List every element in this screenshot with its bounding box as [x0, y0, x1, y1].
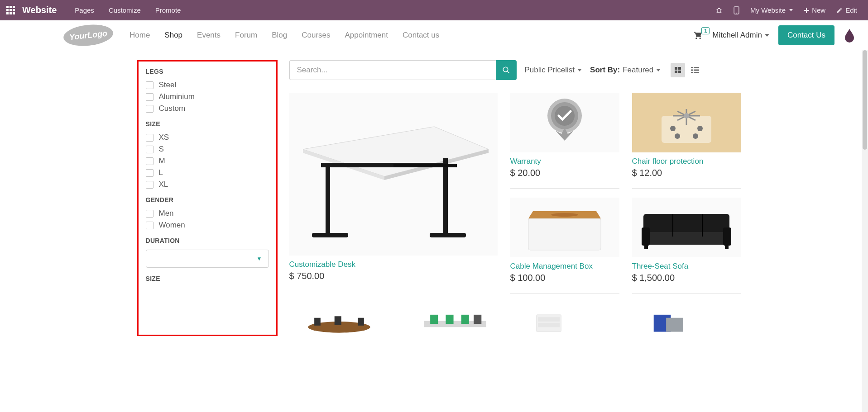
sort-dropdown[interactable]: Sort By: Featured [590, 66, 661, 75]
divider [632, 188, 741, 189]
svg-rect-44 [644, 246, 648, 249]
filter-option[interactable]: XS [146, 133, 269, 142]
duration-select[interactable]: ▼ [146, 250, 269, 268]
checkbox[interactable] [146, 169, 153, 177]
search-input[interactable] [289, 60, 496, 80]
svg-rect-8 [691, 70, 693, 71]
filter-option[interactable]: Women [146, 221, 269, 230]
chevron-down-icon [789, 9, 793, 11]
svg-rect-10 [691, 72, 693, 73]
product-image [510, 93, 619, 152]
product-title[interactable]: Warranty [510, 157, 619, 166]
svg-rect-3 [678, 67, 681, 70]
svg-rect-16 [312, 233, 348, 237]
svg-point-37 [693, 133, 698, 139]
nav-courses[interactable]: Courses [299, 27, 333, 43]
search-wrap [289, 60, 517, 80]
filter-group-title: SIZE [146, 120, 269, 128]
nav-appointment[interactable]: Appointment [342, 27, 391, 43]
website-switcher[interactable]: My Website [746, 0, 797, 20]
svg-rect-56 [538, 317, 560, 322]
product-card[interactable] [638, 312, 741, 333]
product-card[interactable]: Chair floor protection $ 12.00 [632, 93, 741, 178]
site-logo[interactable]: YourLogo [63, 25, 113, 46]
filter-option[interactable]: Men [146, 209, 269, 218]
filter-option[interactable]: Custom [146, 104, 269, 113]
mobile-icon[interactable] [729, 0, 744, 20]
product-price: $ 750.00 [289, 271, 498, 281]
svg-rect-48 [358, 318, 364, 326]
svg-rect-59 [666, 318, 683, 332]
svg-rect-9 [694, 70, 699, 71]
filter-option[interactable]: M [146, 156, 269, 166]
checkbox[interactable] [146, 146, 153, 153]
user-dropdown[interactable]: Mitchell Admin [712, 31, 769, 40]
bug-icon[interactable] [711, 0, 727, 20]
new-button[interactable]: New [799, 0, 830, 20]
theme-drop-icon[interactable] [844, 28, 855, 43]
checkbox[interactable] [146, 93, 153, 101]
topnav-customize[interactable]: Customize [101, 0, 148, 20]
nav-blog[interactable]: Blog [269, 27, 290, 43]
edit-button[interactable]: Edit [832, 0, 862, 20]
product-card[interactable] [522, 312, 625, 333]
product-title[interactable]: Chair floor protection [632, 157, 741, 166]
cart-button[interactable]: 1 [693, 31, 703, 40]
checkbox[interactable] [146, 210, 153, 218]
filter-option[interactable]: Aluminium [146, 92, 269, 101]
svg-point-26 [551, 213, 578, 217]
product-card[interactable]: Cable Management Box $ 100.00 [510, 198, 619, 283]
divider [632, 293, 741, 294]
product-image [289, 312, 393, 333]
cart-count-badge: 1 [701, 27, 710, 34]
filter-group-title: GENDER [146, 196, 269, 204]
filter-option[interactable]: L [146, 168, 269, 177]
app-name[interactable]: Website [22, 5, 57, 15]
pricelist-dropdown[interactable]: Public Pricelist [525, 66, 582, 75]
checkbox[interactable] [146, 134, 153, 142]
filter-option[interactable]: Steel [146, 81, 269, 90]
nav-shop[interactable]: Shop [162, 27, 185, 43]
filter-sidebar: LEGS Steel Aluminium Custom SIZE XS S M … [111, 60, 286, 342]
shop-toolbar: Public Pricelist Sort By: Featured [289, 60, 741, 80]
search-button[interactable] [496, 60, 517, 80]
topnav-pages[interactable]: Pages [67, 0, 101, 20]
checkbox[interactable] [146, 222, 153, 229]
chevron-down-icon [656, 69, 661, 71]
product-card[interactable] [405, 312, 509, 333]
product-row [289, 312, 741, 333]
checkbox[interactable] [146, 181, 153, 189]
product-image [632, 93, 741, 152]
checkbox[interactable] [146, 105, 153, 113]
product-card[interactable]: Customizable Desk $ 750.00 [289, 93, 498, 299]
nav-contact[interactable]: Contact us [400, 27, 442, 43]
list-view-button[interactable] [688, 63, 702, 77]
divider [510, 188, 619, 189]
product-title[interactable]: Customizable Desk [289, 260, 498, 269]
nav-forum[interactable]: Forum [232, 27, 260, 43]
svg-rect-17 [443, 158, 448, 235]
contact-us-button[interactable]: Contact Us [778, 25, 834, 45]
nav-home[interactable]: Home [127, 27, 153, 43]
product-price: $ 1,500.00 [632, 273, 741, 283]
topnav-promote[interactable]: Promote [148, 0, 188, 20]
product-title[interactable]: Three-Seat Sofa [632, 262, 741, 271]
filter-option[interactable]: XL [146, 180, 269, 189]
product-card[interactable]: Warranty $ 20.00 [510, 93, 619, 178]
apps-icon[interactable] [6, 6, 15, 14]
site-nav: Home Shop Events Forum Blog Courses Appo… [127, 27, 442, 43]
product-image [522, 312, 625, 333]
product-title[interactable]: Cable Management Box [510, 262, 619, 271]
product-card[interactable]: Three-Seat Sofa $ 1,500.00 [632, 198, 741, 283]
scrollbar[interactable] [862, 50, 868, 412]
svg-rect-24 [528, 218, 601, 250]
checkbox[interactable] [146, 81, 153, 89]
product-card[interactable] [289, 312, 393, 333]
svg-point-33 [684, 113, 689, 118]
checkbox[interactable] [146, 157, 153, 165]
filter-option[interactable]: S [146, 145, 269, 154]
svg-rect-52 [446, 315, 453, 324]
grid-view-button[interactable] [671, 63, 685, 77]
chevron-down-icon [577, 69, 582, 71]
nav-events[interactable]: Events [194, 27, 223, 43]
